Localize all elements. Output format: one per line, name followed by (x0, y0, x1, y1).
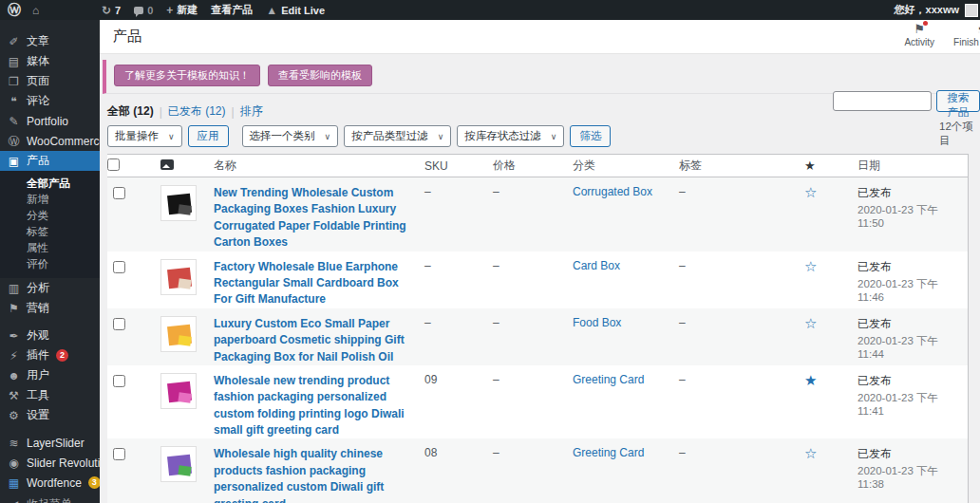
sidebar-item-pages[interactable]: ❐页面 (0, 71, 100, 91)
product-status: 已发布 (858, 316, 960, 332)
page-header: 产品 ⚑ Activity ◔ Finish setup (100, 20, 980, 54)
product-name-link[interactable]: Factory Wholesale Blue Earphone Rectangu… (214, 259, 417, 308)
column-header-price[interactable]: 价格 (493, 158, 573, 174)
product-thumbnail[interactable] (160, 259, 197, 295)
products-icon: ▣ (8, 156, 20, 167)
sidebar-item-slider-revolution[interactable]: ◉Slider Revolution (0, 453, 100, 473)
sidebar-item-comments[interactable]: ❝评论 (0, 91, 100, 111)
featured-star-icon[interactable]: ☆ (804, 315, 817, 331)
row-checkbox[interactable] (113, 448, 125, 460)
wordfence-icon: ▦ (8, 477, 20, 489)
filter-button[interactable]: 筛选 (570, 125, 611, 147)
column-header-featured-star-icon[interactable]: ★ (804, 158, 816, 173)
column-header-category[interactable]: 分类 (573, 158, 679, 174)
submenu-reviews[interactable]: 评价 (0, 256, 100, 272)
edit-live-link[interactable]: ▲ Edit Live (266, 5, 325, 16)
submenu-categories[interactable]: 分类 (0, 208, 100, 224)
product-category-link[interactable]: Greeting Card (573, 446, 644, 459)
featured-star-icon[interactable]: ★ (804, 372, 817, 388)
avatar[interactable] (965, 4, 978, 17)
search-products-button[interactable]: 搜索产品 (936, 90, 980, 112)
wordpress-logo-icon[interactable]: Ⓦ (8, 2, 21, 19)
product-category-link[interactable]: Card Box (573, 259, 620, 272)
submenu-all-products[interactable]: 全部产品 (0, 176, 100, 192)
sidebar-item-plugins[interactable]: ⚡插件2 (0, 345, 100, 365)
sidebar-item-layerslider[interactable]: ≋LayerSlider (0, 433, 100, 453)
submenu-add-new[interactable]: 新增 (0, 192, 100, 208)
view-products-link[interactable]: 查看产品 (211, 3, 253, 17)
product-sku: – (424, 252, 493, 272)
learn-templates-button[interactable]: 了解更多关于模板的知识！ (114, 65, 260, 86)
product-category-link[interactable]: Greeting Card (573, 373, 644, 386)
featured-star-icon[interactable]: ☆ (804, 258, 817, 274)
column-header-sku[interactable]: SKU (424, 159, 493, 173)
bulk-actions-select[interactable]: 批量操作∨ (107, 125, 182, 147)
edit-live-icon: ▲ (266, 5, 277, 16)
table-row: Factory Wholesale Blue Earphone Rectangu… (107, 252, 968, 308)
site-home-icon[interactable]: ⌂ (32, 5, 39, 16)
featured-star-icon[interactable]: ☆ (804, 445, 817, 461)
product-thumbnail[interactable] (160, 185, 197, 221)
table-row: New Trending Wholesale Custom Packaging … (107, 177, 968, 252)
product-name-link[interactable]: New Trending Wholesale Custom Packaging … (214, 185, 417, 252)
user-greeting[interactable]: 您好，xxxww (895, 3, 959, 17)
product-name-link[interactable]: Wholesale new trending product fashion p… (214, 373, 417, 439)
product-thumbnail[interactable] (160, 373, 197, 409)
sidebar-item-products[interactable]: ▣产品 (0, 151, 100, 171)
sidebar-item-posts[interactable]: ✐文章 (0, 31, 100, 51)
sidebar-item-marketing[interactable]: ⚑营销 (0, 298, 100, 318)
plugins-icon: ⚡ (8, 350, 20, 362)
row-checkbox[interactable] (113, 318, 125, 330)
sidebar-item-portfolio[interactable]: ✎Portfolio (0, 111, 100, 131)
view-affected-templates-button[interactable]: 查看受影响的模板 (268, 65, 372, 86)
featured-star-icon[interactable]: ☆ (804, 184, 817, 200)
product-name-link[interactable]: Luxury Custom Eco Small Paper paperboard… (214, 316, 417, 365)
row-checkbox[interactable] (113, 375, 125, 387)
new-content-menu[interactable]: + 新建 (166, 3, 198, 17)
column-header-name[interactable]: 名称 (214, 158, 424, 174)
view-all-link[interactable]: 全部 (12) (107, 103, 154, 120)
product-date: 2020-01-23 下午11:50 (858, 203, 960, 229)
row-checkbox[interactable] (113, 187, 125, 199)
product-thumbnail[interactable] (160, 446, 197, 482)
product-thumbnail[interactable] (160, 316, 197, 352)
apply-button[interactable]: 应用 (188, 125, 229, 147)
table-row: Luxury Custom Eco Small Paper paperboard… (107, 308, 968, 365)
finish-setup-button[interactable]: ◔ Finish setup (953, 23, 980, 47)
product-category-link[interactable]: Food Box (573, 316, 621, 329)
activity-button[interactable]: ⚑ Activity (904, 23, 934, 47)
table-header-row: 名称 SKU 价格 分类 标签 ★ 日期 (107, 155, 968, 177)
product-category-link[interactable]: Corrugated Box (573, 185, 652, 198)
select-all-checkbox[interactable] (107, 158, 120, 171)
layerslider-icon: ≋ (8, 438, 20, 449)
sidebar-item-settings[interactable]: ⚙设置 (0, 405, 100, 425)
sidebar-item-appearance[interactable]: ✒外观 (0, 326, 100, 345)
submenu-tags[interactable]: 标签 (0, 224, 100, 240)
sidebar-item-tools[interactable]: ⚒工具 (0, 385, 100, 405)
category-filter-select[interactable]: 选择一个类别∨ (242, 125, 339, 147)
search-input[interactable] (833, 91, 932, 111)
updates-menu[interactable]: ↻ 7 (102, 5, 121, 16)
sidebar-item-analytics[interactable]: ▥分析 (0, 278, 100, 298)
product-status: 已发布 (858, 185, 960, 201)
row-checkbox[interactable] (113, 261, 125, 273)
stock-status-filter-select[interactable]: 按库存状态过滤∨ (457, 125, 564, 147)
sidebar-item-media[interactable]: ▤媒体 (0, 51, 100, 71)
sidebar-item-wordfence[interactable]: ▦Wordfence3 (0, 473, 100, 493)
users-icon: ☻ (8, 370, 20, 382)
submenu-attributes[interactable]: 属性 (0, 240, 100, 256)
appearance-icon: ✒ (8, 330, 20, 342)
comments-menu[interactable]: 0 (134, 5, 153, 16)
column-header-tags[interactable]: 标签 (679, 158, 804, 174)
product-status: 已发布 (858, 373, 960, 389)
column-header-date[interactable]: 日期 (858, 158, 968, 174)
sidebar-item-woocommerce[interactable]: ⓌWooCommerce (0, 131, 100, 151)
product-name-link[interactable]: Wholesale high quality chinese products … (214, 446, 417, 503)
collapse-menu-button[interactable]: ◀收起菜单 (0, 494, 100, 503)
view-published-link[interactable]: 已发布 (12) (168, 103, 226, 120)
activity-flag-icon: ⚑ (914, 23, 925, 36)
view-sort-link[interactable]: 排序 (240, 103, 263, 120)
media-icon: ▤ (8, 56, 20, 67)
product-type-filter-select[interactable]: 按产品类型过滤∨ (344, 125, 451, 147)
sidebar-item-users[interactable]: ☻用户 (0, 365, 100, 385)
